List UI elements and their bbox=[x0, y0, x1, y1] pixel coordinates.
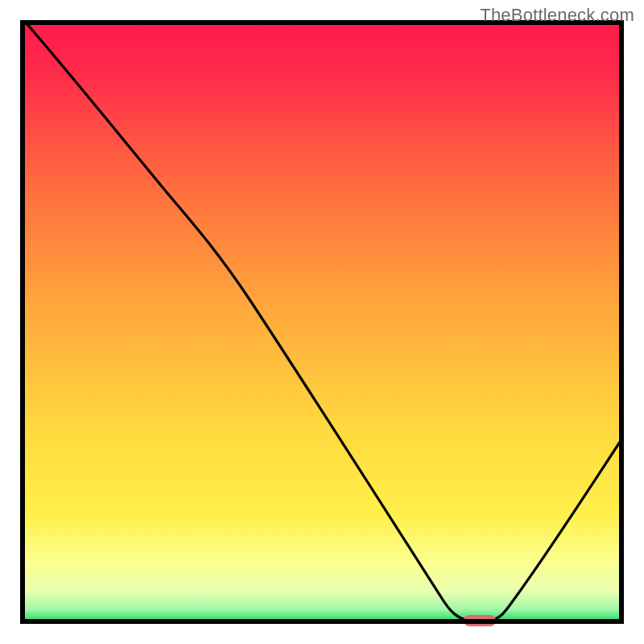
gradient-plot-area bbox=[23, 23, 621, 621]
chart-stage: TheBottleneck.com bbox=[0, 0, 644, 644]
watermark-text: TheBottleneck.com bbox=[480, 5, 634, 26]
bottleneck-chart bbox=[0, 0, 644, 644]
